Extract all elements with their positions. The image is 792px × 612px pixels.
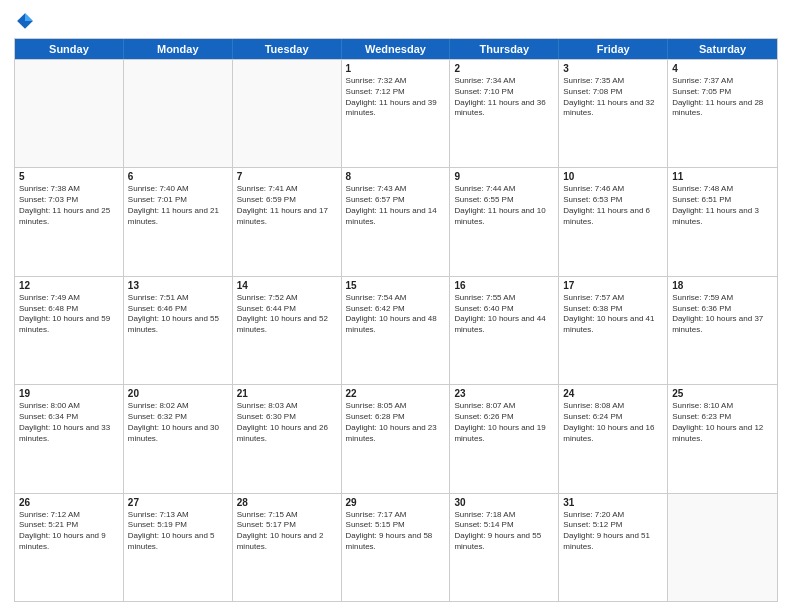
weekday-header: Saturday (668, 39, 777, 59)
calendar-cell: 31Sunrise: 7:20 AM Sunset: 5:12 PM Dayli… (559, 494, 668, 601)
day-number: 11 (672, 171, 773, 182)
cell-info: Sunrise: 7:37 AM Sunset: 7:05 PM Dayligh… (672, 76, 773, 119)
calendar-cell: 24Sunrise: 8:08 AM Sunset: 6:24 PM Dayli… (559, 385, 668, 492)
day-number: 22 (346, 388, 446, 399)
calendar-cell: 19Sunrise: 8:00 AM Sunset: 6:34 PM Dayli… (15, 385, 124, 492)
cell-info: Sunrise: 7:35 AM Sunset: 7:08 PM Dayligh… (563, 76, 663, 119)
calendar-cell: 14Sunrise: 7:52 AM Sunset: 6:44 PM Dayli… (233, 277, 342, 384)
calendar-cell: 29Sunrise: 7:17 AM Sunset: 5:15 PM Dayli… (342, 494, 451, 601)
day-number: 6 (128, 171, 228, 182)
calendar-cell: 1Sunrise: 7:32 AM Sunset: 7:12 PM Daylig… (342, 60, 451, 167)
cell-info: Sunrise: 7:40 AM Sunset: 7:01 PM Dayligh… (128, 184, 228, 227)
day-number: 24 (563, 388, 663, 399)
calendar-row: 5Sunrise: 7:38 AM Sunset: 7:03 PM Daylig… (15, 167, 777, 275)
calendar-cell: 10Sunrise: 7:46 AM Sunset: 6:53 PM Dayli… (559, 168, 668, 275)
calendar-cell (124, 60, 233, 167)
cell-info: Sunrise: 8:00 AM Sunset: 6:34 PM Dayligh… (19, 401, 119, 444)
day-number: 23 (454, 388, 554, 399)
calendar-cell: 22Sunrise: 8:05 AM Sunset: 6:28 PM Dayli… (342, 385, 451, 492)
day-number: 27 (128, 497, 228, 508)
cell-info: Sunrise: 7:51 AM Sunset: 6:46 PM Dayligh… (128, 293, 228, 336)
cell-info: Sunrise: 7:59 AM Sunset: 6:36 PM Dayligh… (672, 293, 773, 336)
cell-info: Sunrise: 7:32 AM Sunset: 7:12 PM Dayligh… (346, 76, 446, 119)
cell-info: Sunrise: 7:34 AM Sunset: 7:10 PM Dayligh… (454, 76, 554, 119)
cell-info: Sunrise: 7:13 AM Sunset: 5:19 PM Dayligh… (128, 510, 228, 553)
day-number: 4 (672, 63, 773, 74)
calendar-cell: 25Sunrise: 8:10 AM Sunset: 6:23 PM Dayli… (668, 385, 777, 492)
calendar-cell: 8Sunrise: 7:43 AM Sunset: 6:57 PM Daylig… (342, 168, 451, 275)
cell-info: Sunrise: 7:12 AM Sunset: 5:21 PM Dayligh… (19, 510, 119, 553)
day-number: 8 (346, 171, 446, 182)
weekday-header: Sunday (15, 39, 124, 59)
cell-info: Sunrise: 7:54 AM Sunset: 6:42 PM Dayligh… (346, 293, 446, 336)
weekday-header: Friday (559, 39, 668, 59)
day-number: 18 (672, 280, 773, 291)
day-number: 10 (563, 171, 663, 182)
cell-info: Sunrise: 8:05 AM Sunset: 6:28 PM Dayligh… (346, 401, 446, 444)
calendar-cell: 23Sunrise: 8:07 AM Sunset: 6:26 PM Dayli… (450, 385, 559, 492)
cell-info: Sunrise: 7:48 AM Sunset: 6:51 PM Dayligh… (672, 184, 773, 227)
cell-info: Sunrise: 8:02 AM Sunset: 6:32 PM Dayligh… (128, 401, 228, 444)
calendar-cell: 6Sunrise: 7:40 AM Sunset: 7:01 PM Daylig… (124, 168, 233, 275)
day-number: 31 (563, 497, 663, 508)
calendar-cell: 13Sunrise: 7:51 AM Sunset: 6:46 PM Dayli… (124, 277, 233, 384)
svg-marker-1 (25, 13, 33, 21)
cell-info: Sunrise: 8:03 AM Sunset: 6:30 PM Dayligh… (237, 401, 337, 444)
weekday-header: Monday (124, 39, 233, 59)
calendar-cell: 2Sunrise: 7:34 AM Sunset: 7:10 PM Daylig… (450, 60, 559, 167)
cell-info: Sunrise: 7:18 AM Sunset: 5:14 PM Dayligh… (454, 510, 554, 553)
cell-info: Sunrise: 7:44 AM Sunset: 6:55 PM Dayligh… (454, 184, 554, 227)
calendar-cell: 27Sunrise: 7:13 AM Sunset: 5:19 PM Dayli… (124, 494, 233, 601)
day-number: 2 (454, 63, 554, 74)
cell-info: Sunrise: 7:20 AM Sunset: 5:12 PM Dayligh… (563, 510, 663, 553)
calendar-cell: 5Sunrise: 7:38 AM Sunset: 7:03 PM Daylig… (15, 168, 124, 275)
logo (14, 10, 38, 32)
calendar-cell: 18Sunrise: 7:59 AM Sunset: 6:36 PM Dayli… (668, 277, 777, 384)
day-number: 17 (563, 280, 663, 291)
calendar-cell: 17Sunrise: 7:57 AM Sunset: 6:38 PM Dayli… (559, 277, 668, 384)
cell-info: Sunrise: 8:08 AM Sunset: 6:24 PM Dayligh… (563, 401, 663, 444)
calendar-cell: 20Sunrise: 8:02 AM Sunset: 6:32 PM Dayli… (124, 385, 233, 492)
calendar-cell: 7Sunrise: 7:41 AM Sunset: 6:59 PM Daylig… (233, 168, 342, 275)
calendar-row: 12Sunrise: 7:49 AM Sunset: 6:48 PM Dayli… (15, 276, 777, 384)
calendar: SundayMondayTuesdayWednesdayThursdayFrid… (14, 38, 778, 602)
cell-info: Sunrise: 7:46 AM Sunset: 6:53 PM Dayligh… (563, 184, 663, 227)
day-number: 29 (346, 497, 446, 508)
page: SundayMondayTuesdayWednesdayThursdayFrid… (0, 0, 792, 612)
day-number: 30 (454, 497, 554, 508)
header (14, 10, 778, 32)
cell-info: Sunrise: 7:15 AM Sunset: 5:17 PM Dayligh… (237, 510, 337, 553)
calendar-row: 26Sunrise: 7:12 AM Sunset: 5:21 PM Dayli… (15, 493, 777, 601)
cell-info: Sunrise: 7:57 AM Sunset: 6:38 PM Dayligh… (563, 293, 663, 336)
day-number: 25 (672, 388, 773, 399)
day-number: 5 (19, 171, 119, 182)
day-number: 3 (563, 63, 663, 74)
calendar-cell (15, 60, 124, 167)
day-number: 19 (19, 388, 119, 399)
calendar-cell: 30Sunrise: 7:18 AM Sunset: 5:14 PM Dayli… (450, 494, 559, 601)
day-number: 7 (237, 171, 337, 182)
calendar-cell: 3Sunrise: 7:35 AM Sunset: 7:08 PM Daylig… (559, 60, 668, 167)
calendar-cell: 12Sunrise: 7:49 AM Sunset: 6:48 PM Dayli… (15, 277, 124, 384)
calendar-cell: 26Sunrise: 7:12 AM Sunset: 5:21 PM Dayli… (15, 494, 124, 601)
calendar-cell (668, 494, 777, 601)
day-number: 20 (128, 388, 228, 399)
calendar-cell: 9Sunrise: 7:44 AM Sunset: 6:55 PM Daylig… (450, 168, 559, 275)
calendar-cell: 4Sunrise: 7:37 AM Sunset: 7:05 PM Daylig… (668, 60, 777, 167)
cell-info: Sunrise: 7:52 AM Sunset: 6:44 PM Dayligh… (237, 293, 337, 336)
day-number: 21 (237, 388, 337, 399)
cell-info: Sunrise: 8:07 AM Sunset: 6:26 PM Dayligh… (454, 401, 554, 444)
calendar-cell: 15Sunrise: 7:54 AM Sunset: 6:42 PM Dayli… (342, 277, 451, 384)
weekday-header: Thursday (450, 39, 559, 59)
calendar-cell: 11Sunrise: 7:48 AM Sunset: 6:51 PM Dayli… (668, 168, 777, 275)
cell-info: Sunrise: 7:43 AM Sunset: 6:57 PM Dayligh… (346, 184, 446, 227)
calendar-cell (233, 60, 342, 167)
weekday-header: Tuesday (233, 39, 342, 59)
cell-info: Sunrise: 7:55 AM Sunset: 6:40 PM Dayligh… (454, 293, 554, 336)
calendar-row: 19Sunrise: 8:00 AM Sunset: 6:34 PM Dayli… (15, 384, 777, 492)
cell-info: Sunrise: 7:38 AM Sunset: 7:03 PM Dayligh… (19, 184, 119, 227)
calendar-row: 1Sunrise: 7:32 AM Sunset: 7:12 PM Daylig… (15, 59, 777, 167)
day-number: 14 (237, 280, 337, 291)
calendar-body: 1Sunrise: 7:32 AM Sunset: 7:12 PM Daylig… (15, 59, 777, 601)
day-number: 16 (454, 280, 554, 291)
